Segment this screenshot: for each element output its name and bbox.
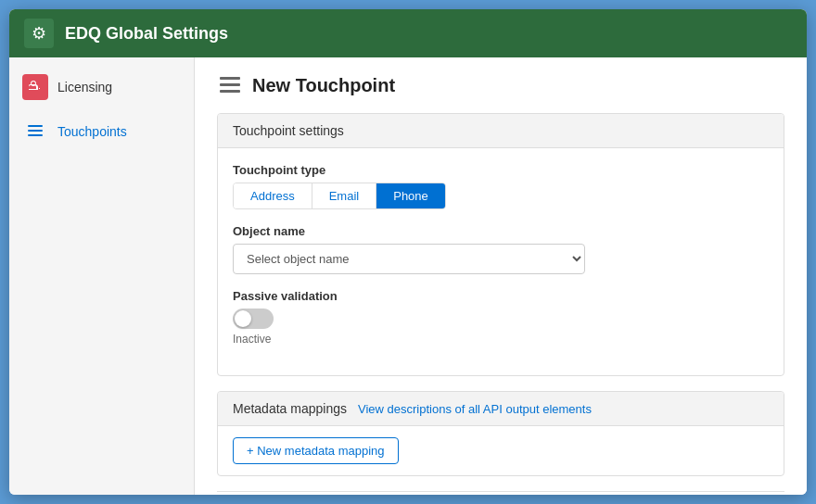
app-header-title: EDQ Global Settings bbox=[65, 24, 228, 44]
sidebar-item-touchpoints-label: Touchpoints bbox=[57, 124, 127, 139]
settings-card-body: Touchpoint type Address Email Phone Obje… bbox=[218, 148, 784, 375]
app-header: ⚙ EDQ Global Settings bbox=[9, 9, 807, 57]
object-name-select[interactable]: Select object name bbox=[233, 244, 585, 274]
passive-validation-toggle[interactable] bbox=[233, 309, 274, 329]
object-name-label: Object name bbox=[233, 224, 769, 238]
footer-divider bbox=[217, 491, 784, 492]
sidebar-item-licensing-label: Licensing bbox=[57, 80, 112, 94]
touchpoint-type-phone[interactable]: Phone bbox=[376, 183, 445, 208]
toggle-thumb bbox=[235, 310, 251, 327]
app-window: ⚙ EDQ Global Settings Licensing bbox=[9, 9, 807, 495]
svg-rect-3 bbox=[220, 77, 240, 80]
sidebar-item-licensing[interactable]: Licensing bbox=[9, 65, 194, 109]
toggle-track bbox=[233, 309, 274, 329]
touchpoint-type-selector: Address Email Phone bbox=[233, 183, 446, 209]
sidebar: Licensing Touchpoints bbox=[9, 57, 195, 495]
content-area: New Touchpoint Touchpoint settings Touch… bbox=[195, 57, 807, 495]
page-title: New Touchpoint bbox=[252, 75, 395, 96]
sidebar-item-touchpoints[interactable]: Touchpoints bbox=[9, 109, 194, 154]
content-header-icon bbox=[217, 72, 243, 98]
settings-card: Touchpoint settings Touchpoint type Addr… bbox=[217, 113, 784, 376]
content-header: New Touchpoint bbox=[217, 72, 784, 98]
passive-validation-toggle-wrapper: Inactive bbox=[233, 309, 769, 346]
add-metadata-mapping-button[interactable]: + New metadata mapping bbox=[233, 437, 399, 464]
settings-card-header: Touchpoint settings bbox=[218, 114, 784, 148]
touchpoint-type-address[interactable]: Address bbox=[234, 183, 312, 208]
metadata-mappings-body: + New metadata mapping bbox=[218, 426, 784, 475]
touchpoints-icon bbox=[22, 119, 48, 145]
metadata-mappings-section: Metadata mappings View descriptions of a… bbox=[217, 391, 784, 476]
passive-validation-group: Passive validation Inactive bbox=[233, 289, 769, 346]
svg-rect-2 bbox=[28, 134, 43, 136]
licensing-icon bbox=[22, 74, 48, 100]
svg-rect-1 bbox=[28, 130, 43, 132]
metadata-api-link[interactable]: View descriptions of all API output elem… bbox=[358, 402, 592, 416]
touchpoint-type-group: Touchpoint type Address Email Phone bbox=[233, 163, 769, 209]
metadata-mappings-header: Metadata mappings View descriptions of a… bbox=[218, 392, 784, 426]
passive-validation-status: Inactive bbox=[233, 333, 769, 346]
object-name-group: Object name Select object name bbox=[233, 224, 769, 274]
svg-rect-5 bbox=[220, 90, 240, 93]
svg-rect-0 bbox=[28, 125, 43, 127]
app-header-icon: ⚙ bbox=[24, 19, 54, 48]
touchpoint-type-label: Touchpoint type bbox=[233, 163, 769, 177]
main-body: Licensing Touchpoints bbox=[9, 57, 807, 495]
passive-validation-label: Passive validation bbox=[233, 289, 769, 303]
metadata-mappings-title: Metadata mappings bbox=[233, 401, 347, 416]
touchpoint-type-email[interactable]: Email bbox=[312, 183, 377, 208]
svg-rect-4 bbox=[220, 83, 240, 86]
